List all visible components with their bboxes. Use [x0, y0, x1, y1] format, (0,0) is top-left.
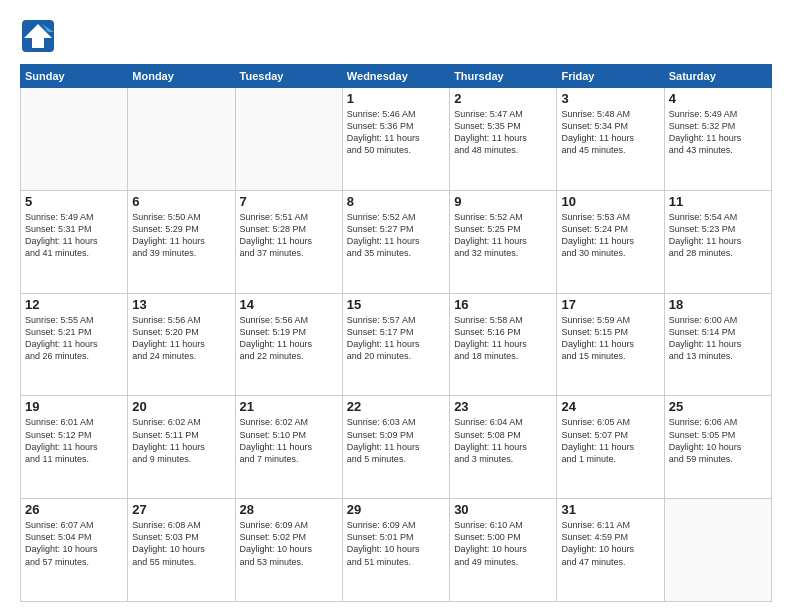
day-info: Sunrise: 6:01 AM Sunset: 5:12 PM Dayligh…: [25, 416, 123, 465]
day-number: 20: [132, 399, 230, 414]
day-info: Sunrise: 5:46 AM Sunset: 5:36 PM Dayligh…: [347, 108, 445, 157]
day-number: 1: [347, 91, 445, 106]
day-number: 19: [25, 399, 123, 414]
day-cell: 14Sunrise: 5:56 AM Sunset: 5:19 PM Dayli…: [235, 293, 342, 396]
day-cell: 11Sunrise: 5:54 AM Sunset: 5:23 PM Dayli…: [664, 190, 771, 293]
day-number: 28: [240, 502, 338, 517]
day-number: 15: [347, 297, 445, 312]
day-cell: 30Sunrise: 6:10 AM Sunset: 5:00 PM Dayli…: [450, 499, 557, 602]
day-info: Sunrise: 6:08 AM Sunset: 5:03 PM Dayligh…: [132, 519, 230, 568]
day-info: Sunrise: 6:03 AM Sunset: 5:09 PM Dayligh…: [347, 416, 445, 465]
day-info: Sunrise: 6:11 AM Sunset: 4:59 PM Dayligh…: [561, 519, 659, 568]
day-number: 6: [132, 194, 230, 209]
weekday-header-monday: Monday: [128, 65, 235, 88]
weekday-header-thursday: Thursday: [450, 65, 557, 88]
day-number: 11: [669, 194, 767, 209]
day-cell: [21, 88, 128, 191]
day-cell: 17Sunrise: 5:59 AM Sunset: 5:15 PM Dayli…: [557, 293, 664, 396]
day-number: 7: [240, 194, 338, 209]
day-cell: 3Sunrise: 5:48 AM Sunset: 5:34 PM Daylig…: [557, 88, 664, 191]
day-info: Sunrise: 5:50 AM Sunset: 5:29 PM Dayligh…: [132, 211, 230, 260]
day-number: 30: [454, 502, 552, 517]
day-info: Sunrise: 5:52 AM Sunset: 5:25 PM Dayligh…: [454, 211, 552, 260]
logo: [20, 18, 60, 54]
day-info: Sunrise: 6:06 AM Sunset: 5:05 PM Dayligh…: [669, 416, 767, 465]
day-cell: 9Sunrise: 5:52 AM Sunset: 5:25 PM Daylig…: [450, 190, 557, 293]
day-info: Sunrise: 5:55 AM Sunset: 5:21 PM Dayligh…: [25, 314, 123, 363]
day-number: 13: [132, 297, 230, 312]
week-row-2: 12Sunrise: 5:55 AM Sunset: 5:21 PM Dayli…: [21, 293, 772, 396]
day-cell: 7Sunrise: 5:51 AM Sunset: 5:28 PM Daylig…: [235, 190, 342, 293]
weekday-header-wednesday: Wednesday: [342, 65, 449, 88]
day-info: Sunrise: 6:07 AM Sunset: 5:04 PM Dayligh…: [25, 519, 123, 568]
day-cell: 29Sunrise: 6:09 AM Sunset: 5:01 PM Dayli…: [342, 499, 449, 602]
day-info: Sunrise: 6:05 AM Sunset: 5:07 PM Dayligh…: [561, 416, 659, 465]
calendar-table: SundayMondayTuesdayWednesdayThursdayFrid…: [20, 64, 772, 602]
day-cell: 13Sunrise: 5:56 AM Sunset: 5:20 PM Dayli…: [128, 293, 235, 396]
day-cell: 28Sunrise: 6:09 AM Sunset: 5:02 PM Dayli…: [235, 499, 342, 602]
day-number: 21: [240, 399, 338, 414]
day-cell: 15Sunrise: 5:57 AM Sunset: 5:17 PM Dayli…: [342, 293, 449, 396]
day-info: Sunrise: 6:09 AM Sunset: 5:02 PM Dayligh…: [240, 519, 338, 568]
day-info: Sunrise: 5:49 AM Sunset: 5:31 PM Dayligh…: [25, 211, 123, 260]
weekday-header-sunday: Sunday: [21, 65, 128, 88]
day-cell: 21Sunrise: 6:02 AM Sunset: 5:10 PM Dayli…: [235, 396, 342, 499]
day-info: Sunrise: 5:59 AM Sunset: 5:15 PM Dayligh…: [561, 314, 659, 363]
day-info: Sunrise: 6:02 AM Sunset: 5:11 PM Dayligh…: [132, 416, 230, 465]
day-cell: 19Sunrise: 6:01 AM Sunset: 5:12 PM Dayli…: [21, 396, 128, 499]
day-number: 27: [132, 502, 230, 517]
day-info: Sunrise: 5:47 AM Sunset: 5:35 PM Dayligh…: [454, 108, 552, 157]
header: [20, 18, 772, 54]
day-cell: 23Sunrise: 6:04 AM Sunset: 5:08 PM Dayli…: [450, 396, 557, 499]
day-cell: [664, 499, 771, 602]
day-info: Sunrise: 6:00 AM Sunset: 5:14 PM Dayligh…: [669, 314, 767, 363]
day-cell: 22Sunrise: 6:03 AM Sunset: 5:09 PM Dayli…: [342, 396, 449, 499]
day-number: 25: [669, 399, 767, 414]
day-cell: 8Sunrise: 5:52 AM Sunset: 5:27 PM Daylig…: [342, 190, 449, 293]
day-info: Sunrise: 5:52 AM Sunset: 5:27 PM Dayligh…: [347, 211, 445, 260]
week-row-4: 26Sunrise: 6:07 AM Sunset: 5:04 PM Dayli…: [21, 499, 772, 602]
day-info: Sunrise: 5:53 AM Sunset: 5:24 PM Dayligh…: [561, 211, 659, 260]
day-info: Sunrise: 5:54 AM Sunset: 5:23 PM Dayligh…: [669, 211, 767, 260]
day-number: 29: [347, 502, 445, 517]
day-info: Sunrise: 6:09 AM Sunset: 5:01 PM Dayligh…: [347, 519, 445, 568]
day-number: 12: [25, 297, 123, 312]
page: SundayMondayTuesdayWednesdayThursdayFrid…: [0, 0, 792, 612]
day-cell: 1Sunrise: 5:46 AM Sunset: 5:36 PM Daylig…: [342, 88, 449, 191]
day-number: 3: [561, 91, 659, 106]
weekday-header-saturday: Saturday: [664, 65, 771, 88]
day-cell: 31Sunrise: 6:11 AM Sunset: 4:59 PM Dayli…: [557, 499, 664, 602]
day-number: 4: [669, 91, 767, 106]
day-info: Sunrise: 5:57 AM Sunset: 5:17 PM Dayligh…: [347, 314, 445, 363]
day-cell: 5Sunrise: 5:49 AM Sunset: 5:31 PM Daylig…: [21, 190, 128, 293]
day-number: 17: [561, 297, 659, 312]
day-cell: [235, 88, 342, 191]
day-cell: [128, 88, 235, 191]
day-info: Sunrise: 5:58 AM Sunset: 5:16 PM Dayligh…: [454, 314, 552, 363]
weekday-header-row: SundayMondayTuesdayWednesdayThursdayFrid…: [21, 65, 772, 88]
day-cell: 18Sunrise: 6:00 AM Sunset: 5:14 PM Dayli…: [664, 293, 771, 396]
day-info: Sunrise: 5:56 AM Sunset: 5:20 PM Dayligh…: [132, 314, 230, 363]
day-cell: 4Sunrise: 5:49 AM Sunset: 5:32 PM Daylig…: [664, 88, 771, 191]
day-cell: 10Sunrise: 5:53 AM Sunset: 5:24 PM Dayli…: [557, 190, 664, 293]
day-info: Sunrise: 5:56 AM Sunset: 5:19 PM Dayligh…: [240, 314, 338, 363]
day-number: 31: [561, 502, 659, 517]
day-cell: 27Sunrise: 6:08 AM Sunset: 5:03 PM Dayli…: [128, 499, 235, 602]
day-number: 23: [454, 399, 552, 414]
day-cell: 6Sunrise: 5:50 AM Sunset: 5:29 PM Daylig…: [128, 190, 235, 293]
day-info: Sunrise: 5:49 AM Sunset: 5:32 PM Dayligh…: [669, 108, 767, 157]
day-info: Sunrise: 6:10 AM Sunset: 5:00 PM Dayligh…: [454, 519, 552, 568]
day-info: Sunrise: 6:02 AM Sunset: 5:10 PM Dayligh…: [240, 416, 338, 465]
day-number: 18: [669, 297, 767, 312]
day-number: 8: [347, 194, 445, 209]
day-cell: 16Sunrise: 5:58 AM Sunset: 5:16 PM Dayli…: [450, 293, 557, 396]
day-cell: 12Sunrise: 5:55 AM Sunset: 5:21 PM Dayli…: [21, 293, 128, 396]
day-number: 9: [454, 194, 552, 209]
day-cell: 26Sunrise: 6:07 AM Sunset: 5:04 PM Dayli…: [21, 499, 128, 602]
day-info: Sunrise: 6:04 AM Sunset: 5:08 PM Dayligh…: [454, 416, 552, 465]
day-number: 10: [561, 194, 659, 209]
day-info: Sunrise: 5:48 AM Sunset: 5:34 PM Dayligh…: [561, 108, 659, 157]
day-number: 22: [347, 399, 445, 414]
day-number: 2: [454, 91, 552, 106]
day-cell: 24Sunrise: 6:05 AM Sunset: 5:07 PM Dayli…: [557, 396, 664, 499]
